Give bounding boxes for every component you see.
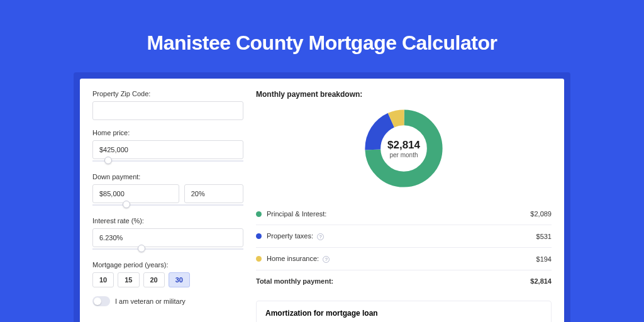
donut-center: $2,814 per month (363, 108, 445, 189)
interest-slider[interactable] (92, 246, 243, 252)
dot-icon (256, 211, 262, 217)
down-payment-row (92, 184, 243, 203)
interest-label: Interest rate (%): (92, 217, 243, 225)
veteran-label: I am veteran or military (115, 297, 186, 305)
legend-value: $2,089 (530, 210, 552, 218)
legend-label-text: Home insurance: (267, 255, 319, 262)
down-payment-group: Down payment: (92, 173, 243, 208)
down-payment-input[interactable] (92, 184, 179, 203)
panel-outer: Property Zip Code: Home price: Down paym… (74, 72, 570, 322)
breakdown-column: Monthly payment breakdown: $2,814 per mo… (256, 90, 552, 322)
donut-sub: per month (389, 152, 418, 158)
veteran-toggle[interactable] (92, 296, 110, 306)
info-icon[interactable]: ? (317, 233, 324, 240)
slider-track (92, 204, 243, 206)
slider-thumb[interactable] (123, 201, 130, 208)
divider (256, 247, 552, 248)
slider-track (92, 160, 243, 162)
down-payment-slider[interactable] (92, 202, 243, 208)
amortization-card: Amortization for mortgage loan Amortizat… (256, 301, 552, 322)
home-price-input[interactable] (92, 140, 243, 159)
home-price-group: Home price: (92, 129, 243, 164)
legend-label: Property taxes: ? (267, 232, 536, 240)
calculator-panel: Property Zip Code: Home price: Down paym… (80, 79, 564, 322)
donut-amount: $2,814 (387, 139, 420, 152)
inputs-column: Property Zip Code: Home price: Down paym… (92, 90, 243, 322)
zip-field-group: Property Zip Code: (92, 90, 243, 120)
slider-thumb[interactable] (138, 245, 145, 252)
donut-wrap: $2,814 per month (256, 108, 552, 189)
period-row: 10 15 20 30 (92, 272, 243, 287)
total-value: $2,814 (530, 277, 552, 285)
down-payment-label: Down payment: (92, 173, 243, 180)
period-btn-30[interactable]: 30 (169, 272, 190, 287)
legend-label: Home insurance: ? (267, 255, 536, 263)
legend-principal: Principal & Interest: $2,089 (256, 204, 552, 223)
hero: Manistee County Mortgage Calculator (0, 0, 644, 72)
zip-label: Property Zip Code: (92, 90, 243, 97)
divider (256, 270, 552, 270)
breakdown-title: Monthly payment breakdown: (256, 90, 552, 99)
legend-value: $531 (536, 233, 552, 240)
dot-icon (256, 233, 262, 239)
slider-track (92, 248, 243, 250)
home-price-slider[interactable] (92, 158, 243, 164)
legend-label: Principal & Interest: (267, 210, 530, 218)
donut-chart: $2,814 per month (363, 108, 445, 189)
legend-taxes: Property taxes: ? $531 (256, 226, 552, 246)
interest-group: Interest rate (%): (92, 217, 243, 252)
divider (256, 225, 552, 225)
total-label: Total monthly payment: (256, 277, 530, 285)
amortization-title: Amortization for mortgage loan (265, 309, 542, 318)
period-label: Mortgage period (years): (92, 261, 243, 269)
period-group: Mortgage period (years): 10 15 20 30 (92, 261, 243, 287)
down-payment-pct-input[interactable] (184, 184, 243, 203)
dot-icon (256, 256, 262, 262)
period-btn-10[interactable]: 10 (92, 272, 114, 287)
info-icon[interactable]: ? (323, 256, 330, 263)
legend-insurance: Home insurance: ? $194 (256, 249, 552, 269)
legend-total: Total monthly payment: $2,814 (256, 272, 552, 291)
period-btn-15[interactable]: 15 (118, 272, 139, 287)
interest-input[interactable] (92, 228, 243, 247)
legend-label-text: Property taxes: (267, 232, 313, 240)
home-price-label: Home price: (92, 129, 243, 136)
legend-value: $194 (536, 255, 552, 263)
slider-thumb[interactable] (104, 157, 112, 164)
period-btn-20[interactable]: 20 (143, 272, 165, 287)
veteran-row: I am veteran or military (92, 296, 243, 306)
page-title: Manistee County Mortgage Calculator (0, 31, 644, 55)
zip-input[interactable] (92, 101, 243, 120)
